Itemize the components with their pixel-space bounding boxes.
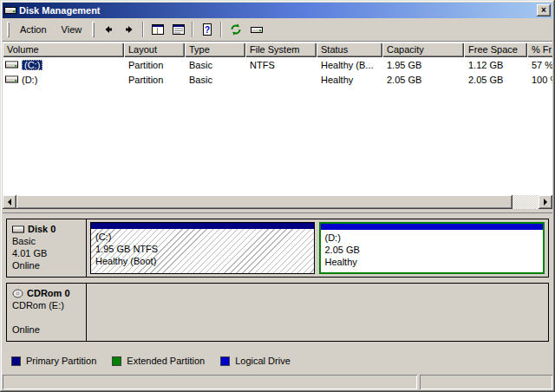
cdrom0-type: CDRom (E:) [12, 299, 81, 311]
graphical-view: Disk 0 Basic 4.01 GB Online (C:) 1.95 GB… [3, 212, 552, 372]
status-bar [3, 372, 552, 389]
column-header-volume[interactable]: Volume [3, 42, 124, 57]
disk0-size: 4.01 GB [12, 247, 81, 259]
disk-management-window: Disk Management × Action View [0, 0, 555, 392]
cdrom0-status: Online [12, 323, 81, 336]
scroll-right-icon [544, 199, 547, 206]
band-grabber[interactable] [7, 22, 10, 37]
partition-c-detail: 1.95 GB NTFS [95, 243, 310, 255]
volume-cell: (D:) [3, 75, 124, 85]
free-space-cell: 2.05 GB [464, 75, 527, 85]
volume-label-selected: (C:) [22, 60, 42, 70]
disk0-type: Basic [12, 235, 81, 247]
extended-partition-swatch [112, 356, 121, 366]
volume-row-d[interactable]: (D:) Partition Basic Healthy 2.05 GB 2.0… [3, 72, 552, 87]
partition-d[interactable]: (D:) 2.05 GB Healthy [319, 222, 545, 274]
disk0-row: Disk 0 Basic 4.01 GB Online (C:) 1.95 GB… [6, 219, 549, 278]
menu-toolbar-band: Action View ? [3, 18, 552, 42]
capacity-cell: 1.95 GB [382, 60, 464, 70]
column-header-type[interactable]: Type [185, 42, 245, 57]
disk0-status: Online [12, 259, 81, 271]
partition-c-body: (C:) 1.95 GB NTFS Healthy (Boot) [91, 229, 314, 273]
type-cell: Basic [185, 60, 245, 70]
menu-view[interactable]: View [55, 22, 89, 37]
disk0-header[interactable]: Disk 0 Basic 4.01 GB Online [7, 219, 87, 277]
forward-icon [122, 23, 136, 36]
horizontal-scrollbar[interactable] [3, 195, 552, 209]
legend-logical-drive: Logical Drive [220, 356, 291, 366]
legend-label: Logical Drive [235, 356, 291, 366]
partition-d-name: (D:) [325, 232, 539, 244]
drive-icon [5, 75, 18, 84]
volume-list: Volume Layout Type File System Status Ca… [3, 42, 552, 209]
close-button[interactable]: × [537, 4, 551, 16]
help-icon: ? [200, 23, 214, 36]
titlebar[interactable]: Disk Management × [3, 3, 552, 18]
cdrom0-header[interactable]: CDRom 0 CDRom (E:) Online [7, 284, 87, 341]
legend-extended-partition: Extended Partition [112, 356, 205, 366]
refresh-button[interactable] [225, 20, 245, 39]
column-header-capacity[interactable]: Capacity [382, 42, 464, 57]
layout-cell: Partition [124, 75, 185, 85]
drive-icon [5, 60, 18, 69]
toolbar-separator [142, 22, 144, 37]
menu-action[interactable]: Action [13, 22, 54, 37]
toolbar-separator [220, 22, 222, 37]
volume-list-inner: Volume Layout Type File System Status Ca… [3, 42, 552, 87]
volume-row-c[interactable]: (C:) Partition Basic NTFS Healthy (B... … [3, 57, 552, 72]
free-space-cell: 1.12 GB [464, 60, 527, 70]
partition-d-detail: 2.05 GB [325, 244, 539, 256]
disk-button[interactable] [246, 20, 266, 39]
disk-management-icon [4, 4, 16, 16]
scroll-left-button[interactable] [3, 195, 16, 209]
status-panel-main [3, 375, 417, 389]
column-header-status[interactable]: Status [317, 42, 382, 57]
partition-c-status: Healthy (Boot) [95, 255, 310, 267]
scrollbar-thumb[interactable] [16, 195, 513, 209]
partition-d-status: Healthy [325, 256, 539, 268]
refresh-icon [229, 23, 243, 36]
logical-drive-swatch [220, 356, 230, 366]
type-cell: Basic [185, 75, 245, 85]
toolbar-separator [192, 22, 193, 37]
cdrom-icon [12, 289, 23, 298]
column-header-layout[interactable]: Layout [124, 42, 185, 57]
close-icon: × [541, 6, 546, 15]
status-cell: Healthy [317, 75, 382, 85]
percent-free-cell: 57 % [527, 60, 552, 70]
disk0-title: Disk 0 [12, 223, 81, 235]
volume-cell: (C:) [3, 60, 124, 70]
primary-partition-stripe [91, 223, 314, 229]
partition-c[interactable]: (C:) 1.95 GB NTFS Healthy (Boot) [90, 222, 315, 274]
scrollbar-track[interactable] [513, 195, 539, 209]
cdrom0-row: CDRom 0 CDRom (E:) Online [6, 283, 549, 342]
capacity-cell: 2.05 GB [382, 75, 464, 85]
svg-text:?: ? [205, 25, 210, 35]
console-tree-button[interactable] [147, 20, 167, 39]
primary-partition-swatch [11, 356, 21, 366]
column-header-file-system[interactable]: File System [245, 42, 317, 57]
legend-bar: Primary Partition Extended Partition Log… [6, 351, 549, 372]
toolbar-grabber[interactable] [92, 22, 95, 37]
column-header-free-space[interactable]: Free Space [464, 42, 527, 57]
partition-c-name: (C:) [95, 231, 310, 243]
list-header: Volume Layout Type File System Status Ca… [3, 42, 552, 57]
file-system-cell: NTFS [245, 60, 317, 70]
back-button[interactable] [98, 20, 118, 39]
logical-drive-stripe [321, 224, 544, 230]
scroll-right-button[interactable] [539, 195, 552, 209]
status-cell: Healthy (B... [317, 60, 382, 70]
help-button[interactable]: ? [197, 20, 217, 39]
layout-cell: Partition [124, 60, 185, 70]
legend-primary-partition: Primary Partition [11, 356, 96, 366]
forward-button[interactable] [119, 20, 139, 39]
properties-button[interactable] [168, 20, 188, 39]
cdrom0-title: CDRom 0 [12, 287, 81, 299]
back-icon [101, 23, 115, 36]
cdrom0-media-area [87, 284, 548, 341]
column-header-percent-free[interactable]: % Fr [527, 42, 552, 57]
partition-d-body: (D:) 2.05 GB Healthy [321, 230, 544, 272]
volume-label: (D:) [22, 75, 37, 85]
legend-label: Primary Partition [26, 356, 96, 366]
disk0-name: Disk 0 [28, 223, 56, 235]
